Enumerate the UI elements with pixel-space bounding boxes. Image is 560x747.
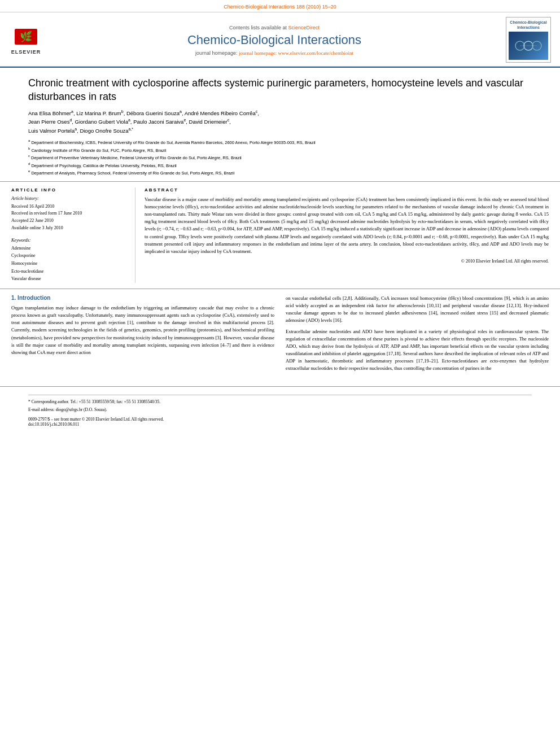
contents-line: Contents lists available at ScienceDirec… bbox=[49, 24, 500, 30]
abstract-label: ABSTRACT bbox=[145, 187, 549, 193]
abstract-column: ABSTRACT Vascular disease is a major cau… bbox=[135, 187, 549, 283]
page-container: Chemico-Biological Interactions 188 (201… bbox=[0, 0, 560, 747]
keyword-ecto-nucleotidase: Ecto-nucleotidase bbox=[11, 268, 126, 276]
doi-line: doi:10.1016/j.cbi.2010.06.011 bbox=[28, 422, 532, 427]
affiliations: a Department of Biochemistry, ICBS, Fede… bbox=[28, 138, 532, 177]
affil-e: e Department of Analysis, Pharmacy Schoo… bbox=[28, 169, 532, 177]
elsevier-tree-icon: 🌿 bbox=[9, 25, 43, 48]
article-info-column: ARTICLE INFO Article history: Received 1… bbox=[11, 187, 135, 283]
body-col-left: 1. Introduction Organ transplantation ma… bbox=[11, 295, 274, 376]
available-date: Available online 3 July 2010 bbox=[11, 225, 126, 232]
top-bar: Chemico-Biological Interactions 188 (201… bbox=[0, 0, 560, 12]
body-content: 1. Introduction Organ transplantation ma… bbox=[0, 289, 560, 382]
body-two-col: 1. Introduction Organ transplantation ma… bbox=[11, 295, 549, 376]
keyword-cyclosporine: Cyclosporine bbox=[11, 252, 126, 260]
keyword-adenosine: Adenosine bbox=[11, 244, 126, 252]
history-label: Article history: bbox=[11, 196, 126, 201]
sciencedirect-link[interactable]: ScienceDirect bbox=[288, 25, 320, 30]
journal-logo-title: Chemico-BiologicalInteractions bbox=[509, 20, 548, 30]
article-info-label: ARTICLE INFO bbox=[11, 187, 126, 193]
intro-paragraph-1: Organ transplantation may induce damage … bbox=[11, 304, 274, 356]
journal-homepage-line: journal homepage: journal homepage: www.… bbox=[49, 50, 500, 56]
svg-text:🌿: 🌿 bbox=[20, 30, 33, 43]
article-title: Chronic treatment with cyclosporine affe… bbox=[28, 77, 532, 103]
copyright-line: © 2010 Elsevier Ireland Ltd. All rights … bbox=[145, 259, 549, 264]
abstract-text: Vascular disease is a major cause of mor… bbox=[145, 196, 549, 255]
affil-a: a Department of Biochemistry, ICBS, Fede… bbox=[28, 138, 532, 146]
keywords-label: Keywords: bbox=[11, 238, 126, 243]
journal-logo-box: Chemico-BiologicalInteractions bbox=[506, 17, 551, 63]
header-center: Contents lists available at ScienceDirec… bbox=[49, 24, 500, 56]
affil-d: d Department of Psychology, Católica de … bbox=[28, 161, 532, 169]
corresponding-author-note: * Corresponding author. Tel.: +55 51 330… bbox=[28, 399, 532, 405]
footer-ids: 0009-2797/$ – see front matter © 2010 El… bbox=[28, 417, 532, 427]
introduction-heading: 1. Introduction bbox=[11, 295, 274, 301]
header-area: 🌿 ELSEVIER Contents lists available at S… bbox=[0, 12, 560, 67]
homepage-link[interactable]: journal homepage: www.elsevier.com/locat… bbox=[239, 50, 353, 56]
body-col-right: on vascular endothelial cells [2,8]. Add… bbox=[286, 295, 549, 376]
article-info-abstract-section: ARTICLE INFO Article history: Received 1… bbox=[0, 182, 560, 289]
email-note: E-mail address: diogo@ufrgs.br (D.O. Sou… bbox=[28, 407, 532, 413]
received-date: Received 16 April 2010 bbox=[11, 203, 126, 211]
revised-date: Received in revised form 17 June 2010 bbox=[11, 210, 126, 217]
affil-c: c Department of Preventive Veterinary Me… bbox=[28, 154, 532, 161]
keyword-homocysteine: Homocysteine bbox=[11, 260, 126, 268]
accepted-date: Accepted 22 June 2010 bbox=[11, 217, 126, 225]
keywords-section: Keywords: Adenosine Cyclosporine Homocys… bbox=[11, 238, 126, 283]
footer-area: * Corresponding author. Tel.: +55 51 330… bbox=[0, 386, 560, 430]
issn-line: 0009-2797/$ – see front matter © 2010 El… bbox=[28, 417, 532, 422]
elsevier-logo: 🌿 ELSEVIER bbox=[9, 25, 43, 55]
affil-b: b Cardiology Institute of Rio Grande do … bbox=[28, 146, 532, 154]
elsevier-label: ELSEVIER bbox=[11, 49, 41, 55]
article-title-section: Chronic treatment with cyclosporine affe… bbox=[0, 68, 560, 182]
keyword-vascular: Vascular disease bbox=[11, 275, 126, 283]
intro-paragraph-2: on vascular endothelial cells [2,8]. Add… bbox=[286, 295, 549, 325]
journal-title: Chemico-Biological Interactions bbox=[49, 33, 500, 47]
journal-logo-image bbox=[509, 32, 548, 60]
journal-reference: Chemico-Biological Interactions 188 (201… bbox=[224, 4, 336, 10]
authors-line: Ana Elisa Böhmera, Liz Marina P. Brumb, … bbox=[28, 109, 532, 135]
intro-paragraph-3: Extracellular adenine nucleotides and AD… bbox=[286, 328, 549, 373]
